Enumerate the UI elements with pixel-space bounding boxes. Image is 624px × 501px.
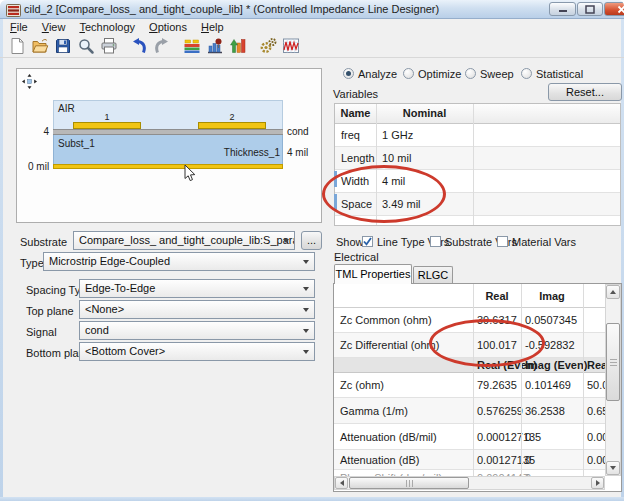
- simulation-settings-icon[interactable]: [256, 35, 279, 57]
- scroll-left-button[interactable]: [335, 477, 348, 489]
- cell-imag[interactable]: 36.2538: [525, 405, 565, 417]
- cell-imag[interactable]: 0.101469: [525, 379, 571, 391]
- cell-real[interactable]: 0.576259: [477, 405, 523, 417]
- scroll-up-button[interactable]: [606, 285, 620, 299]
- spacing-type-select[interactable]: Edge-To-Edge: [79, 279, 315, 298]
- tab-rlgc[interactable]: RLGC: [413, 266, 453, 284]
- radio-analyze[interactable]: [343, 68, 354, 79]
- cell-imag[interactable]: 0: [525, 454, 531, 466]
- optimization-results-icon[interactable]: [226, 35, 249, 57]
- substrate-label: Substrate: [20, 236, 67, 248]
- vertical-scrollbar[interactable]: [605, 284, 621, 476]
- table-row[interactable]: Space 3.49 mil: [335, 193, 620, 216]
- open-icon[interactable]: [28, 35, 51, 57]
- tml-header-row[interactable]: Real Imag: [334, 284, 605, 308]
- cell-real[interactable]: 0.000127135: [477, 431, 541, 443]
- type-select[interactable]: Microstrip Edge-Coupled: [43, 252, 315, 271]
- menu-technology[interactable]: Technology: [72, 20, 142, 34]
- col-header-nominal[interactable]: Nominal: [376, 107, 473, 119]
- chevron-down-icon: [303, 260, 309, 264]
- menu-help[interactable]: Help: [194, 20, 231, 34]
- signal-select[interactable]: cond: [79, 321, 315, 340]
- window-border-left: [0, 19, 3, 501]
- cell-col3[interactable]: 0.651: [587, 405, 605, 417]
- radio-optimize[interactable]: [403, 68, 414, 79]
- horizontal-scrollbar-thumb[interactable]: [349, 477, 469, 489]
- cell-real[interactable]: 79.2635: [477, 379, 517, 391]
- cell-col3[interactable]: 0.001: [587, 454, 605, 466]
- table-row[interactable]: Zc (ohm) 79.2635 0.101469 50.00: [334, 373, 605, 398]
- cross-section-panel[interactable]: AIR 1 2 4 cond Subst_1 Thickness_1 4 mil…: [16, 68, 322, 223]
- plot-results-icon[interactable]: [279, 35, 302, 57]
- top-plane-select[interactable]: <None>: [79, 300, 315, 319]
- cell-real[interactable]: 100.017: [477, 339, 517, 351]
- cell-imag[interactable]: 0.0507345: [525, 314, 577, 326]
- col-header-imag[interactable]: Imag: [521, 290, 583, 302]
- table-row[interactable]: Gamma (1/m) 0.576259 36.2538 0.651: [334, 398, 605, 424]
- bottom-plane-select[interactable]: <Bottom Cover>: [79, 342, 315, 361]
- maximize-button[interactable]: [577, 2, 603, 16]
- reset-button[interactable]: Reset...: [548, 83, 622, 101]
- substrate-select[interactable]: Compare_loss_ and_tight_couple_lib:S_par…: [73, 231, 295, 250]
- horizontal-scrollbar[interactable]: [334, 476, 605, 490]
- checkbox-material-vars[interactable]: [497, 236, 508, 247]
- zoom-icon[interactable]: [74, 35, 97, 57]
- table-row[interactable]: Attenuation (dB) 0.00127135 0 0.001: [334, 450, 605, 470]
- menu-file[interactable]: File: [3, 20, 35, 34]
- substrate-layer[interactable]: Subst_1 Thickness_1: [53, 135, 283, 164]
- variables-table[interactable]: Name Nominal freq 1 GHz Length 10 mil Wi…: [334, 103, 621, 226]
- menu-view[interactable]: View: [35, 20, 73, 34]
- checkbox-substrate-vars[interactable]: [430, 236, 441, 247]
- substrate-browse-button[interactable]: ...: [301, 231, 322, 250]
- analysis-results-icon[interactable]: [203, 35, 226, 57]
- menu-options[interactable]: Options: [142, 20, 194, 34]
- substrate-stackup-icon[interactable]: [180, 35, 203, 57]
- table-row[interactable]: freq 1 GHz: [335, 124, 620, 147]
- checkbox-material-vars-label: Material Vars: [512, 236, 576, 248]
- ground-plane[interactable]: [53, 164, 283, 169]
- row-label: Zc Common (ohm): [340, 314, 432, 326]
- save-icon[interactable]: [51, 35, 74, 57]
- tab-tml-properties[interactable]: TML Properties: [334, 264, 412, 284]
- cell-col3[interactable]: 0.000: [587, 431, 605, 443]
- var-nominal[interactable]: 1 GHz: [382, 129, 413, 141]
- print-icon[interactable]: [97, 35, 120, 57]
- row-label: Attenuation (dB): [340, 454, 420, 466]
- table-row[interactable]: Attenuation (dB/mil) 0.000127135 0 0.000: [334, 424, 605, 450]
- var-nominal[interactable]: 3.49 mil: [382, 198, 421, 210]
- scroll-right-button[interactable]: [591, 477, 604, 489]
- new-document-icon[interactable]: [5, 35, 28, 57]
- row-label: Attenuation (dB/mil): [340, 431, 437, 443]
- checkbox-line-type-vars[interactable]: [362, 236, 373, 247]
- redo-icon[interactable]: [150, 35, 173, 57]
- conductor2[interactable]: [198, 122, 266, 129]
- conductor1[interactable]: [73, 122, 141, 129]
- table-row[interactable]: Width 4 mil: [335, 170, 620, 193]
- var-nominal[interactable]: 10 mil: [382, 152, 411, 164]
- var-name: Space: [341, 198, 372, 210]
- radio-sweep[interactable]: [465, 68, 476, 79]
- table-row[interactable]: Zc Differential (ohm) 100.017 -0.592832: [334, 333, 605, 358]
- cell-imag[interactable]: -0.592832: [525, 339, 575, 351]
- var-name: freq: [341, 129, 360, 141]
- cell-col3[interactable]: 50.00: [587, 379, 605, 391]
- close-button[interactable]: [604, 2, 624, 16]
- window-border-bottom: [0, 497, 624, 501]
- row-label: Gamma (1/m): [340, 405, 408, 417]
- minimize-button[interactable]: [549, 2, 576, 16]
- table-row[interactable]: Zc Common (ohm) 39.6317 0.0507345: [334, 308, 605, 333]
- col-header-real[interactable]: Real: [473, 290, 521, 302]
- grid-line: [521, 284, 522, 476]
- row-edit-indicator: [334, 194, 337, 210]
- radio-statistical[interactable]: [521, 68, 532, 79]
- vertical-scrollbar-thumb[interactable]: [606, 323, 620, 401]
- undo-icon[interactable]: [127, 35, 150, 57]
- cell-real[interactable]: 39.6317: [477, 314, 517, 326]
- scroll-down-button[interactable]: [606, 461, 620, 475]
- variables-header-row[interactable]: Name Nominal: [335, 104, 620, 124]
- cell-imag[interactable]: 0: [525, 431, 531, 443]
- signal-label: Signal: [26, 326, 57, 338]
- var-nominal[interactable]: 4 mil: [382, 175, 405, 187]
- table-row[interactable]: Length 10 mil: [335, 147, 620, 170]
- col-header-name[interactable]: Name: [335, 107, 376, 119]
